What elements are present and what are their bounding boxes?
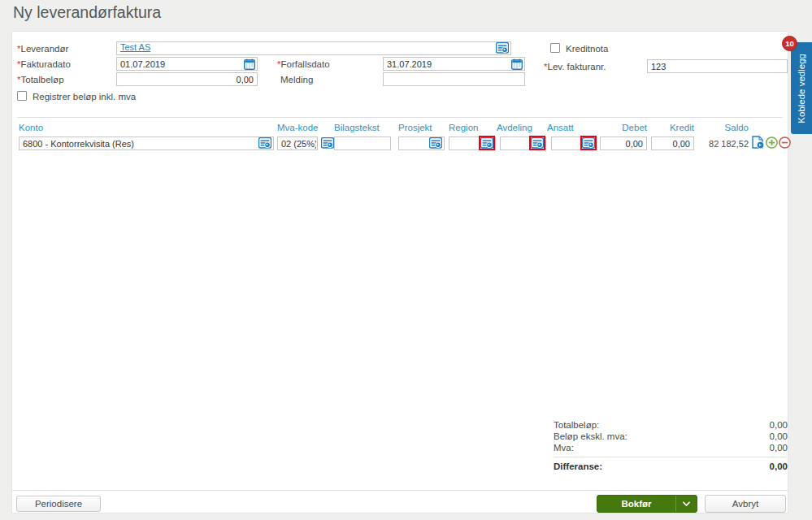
summary-divider bbox=[554, 457, 786, 457]
remove-row-icon[interactable] bbox=[779, 136, 791, 149]
totalbelop-input[interactable] bbox=[116, 72, 258, 86]
konto-lookup-icon[interactable] bbox=[258, 137, 271, 149]
invoice-form-panel: *Leverandør Test AS Kreditnota *Fakturad… bbox=[11, 31, 788, 514]
forfallsdato-label: *Forfallsdato bbox=[277, 59, 330, 69]
mva-kode-input[interactable] bbox=[277, 136, 318, 150]
summary-value: 0,00 bbox=[739, 420, 788, 430]
summary-label: Totalbeløp: bbox=[554, 420, 599, 430]
registrer-inkl-mva-checkbox[interactable] bbox=[17, 91, 27, 101]
col-header-avdeling: Avdeling bbox=[497, 123, 532, 132]
koblede-vedlegg-tab[interactable]: Koblede vedlegg bbox=[791, 42, 812, 134]
avbryt-button[interactable]: Avbryt bbox=[705, 495, 786, 513]
preview-posting-icon[interactable] bbox=[752, 136, 765, 149]
kreditnota-checkbox[interactable] bbox=[550, 43, 560, 53]
kredit-input[interactable] bbox=[651, 136, 694, 150]
bokfor-button-label[interactable]: Bokfør bbox=[597, 499, 675, 509]
leverandor-field[interactable]: Test AS bbox=[116, 41, 511, 55]
differanse-value: 0,00 bbox=[739, 462, 788, 471]
lev-fakturanr-label: *Lev. fakturanr. bbox=[544, 62, 606, 72]
lev-fakturanr-input[interactable] bbox=[647, 59, 788, 73]
page-title: Ny leverandørfaktura bbox=[13, 3, 161, 22]
konto-input[interactable] bbox=[19, 136, 274, 150]
differanse-label: Differanse: bbox=[554, 462, 602, 471]
col-header-debet: Debet bbox=[600, 123, 647, 132]
bilagstekst-input[interactable] bbox=[334, 136, 391, 150]
leverandor-lookup-icon[interactable] bbox=[496, 42, 509, 54]
fakturadato-input[interactable] bbox=[116, 57, 258, 71]
mva-kode-lookup-icon[interactable] bbox=[321, 137, 334, 149]
add-row-icon[interactable] bbox=[766, 136, 778, 149]
col-header-bilagstekst: Bilagstekst bbox=[334, 123, 380, 132]
col-header-konto: Konto bbox=[19, 123, 43, 132]
forfallsdato-calendar-icon[interactable] bbox=[511, 58, 523, 70]
periodisere-button[interactable]: Periodisere bbox=[16, 496, 101, 512]
region-lookup-icon-highlighted[interactable] bbox=[480, 137, 493, 149]
summary-label: Beløp ekskl. mva: bbox=[554, 431, 627, 441]
summary-value: 0,00 bbox=[739, 431, 788, 441]
totalbelop-label: *Totalbeløp bbox=[17, 75, 64, 84]
koblede-vedlegg-tab-label: Koblede vedlegg bbox=[797, 54, 806, 124]
ansatt-lookup-icon-highlighted[interactable] bbox=[582, 137, 595, 149]
fakturadato-calendar-icon[interactable] bbox=[244, 58, 255, 70]
footer-divider bbox=[12, 490, 788, 491]
table-top-divider bbox=[17, 117, 783, 118]
summary-value: 0,00 bbox=[739, 443, 788, 453]
debet-input[interactable] bbox=[600, 136, 647, 150]
saldo-value: 82 182,52 bbox=[703, 139, 749, 149]
bokfor-button[interactable]: Bokfør bbox=[597, 495, 697, 513]
fakturadato-label: *Fakturadato bbox=[17, 59, 71, 69]
col-header-saldo: Saldo bbox=[711, 123, 749, 132]
leverandor-label: *Leverandør bbox=[17, 44, 68, 54]
col-header-ansatt: Ansatt bbox=[547, 123, 574, 132]
bokfor-dropdown-toggle[interactable] bbox=[675, 496, 697, 512]
forfallsdato-input[interactable] bbox=[383, 57, 525, 71]
melding-label: Melding bbox=[280, 75, 313, 84]
attachments-count-badge: 10 bbox=[782, 36, 797, 51]
col-header-prosjekt: Prosjekt bbox=[398, 123, 432, 132]
melding-input[interactable] bbox=[383, 72, 525, 86]
col-header-region: Region bbox=[449, 123, 478, 132]
col-header-mva: Mva-kode bbox=[277, 123, 319, 132]
avdeling-lookup-icon-highlighted[interactable] bbox=[531, 137, 544, 149]
registrer-inkl-mva-label: Registrer beløp inkl. mva bbox=[33, 92, 136, 102]
kreditnota-label: Kreditnota bbox=[566, 44, 608, 54]
summary-label: Mva: bbox=[554, 443, 574, 453]
col-header-kredit: Kredit bbox=[651, 123, 694, 132]
prosjekt-lookup-icon[interactable] bbox=[429, 137, 442, 149]
leverandor-link[interactable]: Test AS bbox=[120, 42, 150, 52]
